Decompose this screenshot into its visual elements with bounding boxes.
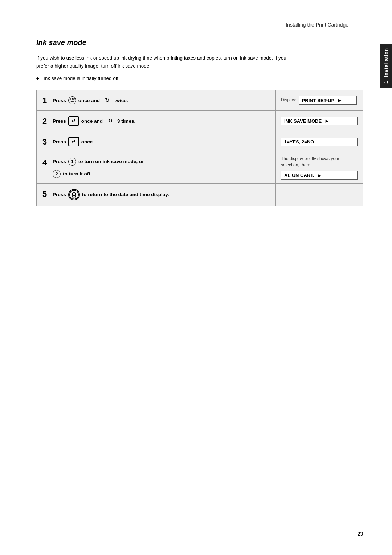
lcd-arrow-1: ► xyxy=(337,97,342,103)
step-3-content: Press ↵ once. xyxy=(53,137,94,146)
steps-container: 1 Press FUNCTION once and ↻ twice. Displ… xyxy=(36,90,363,206)
press-label-2: Press xyxy=(53,118,66,124)
step-3-left: 3 Press ↵ once. xyxy=(37,131,275,152)
svg-line-3 xyxy=(75,195,76,197)
page-header: Installing the Print Cartridge xyxy=(36,22,363,28)
step-4-left: 4 Press 1 to turn on ink save mode, or 2… xyxy=(37,152,275,183)
once-label-1: once and xyxy=(78,98,100,103)
step-1-line: Press FUNCTION once and ↻ twice. xyxy=(53,96,128,104)
display-note-4: The display briefly shows your selection… xyxy=(281,156,358,168)
lcd-arrow-2: ► xyxy=(324,118,330,124)
btn-2-icon: 2 xyxy=(53,170,61,178)
step-row-2: 2 Press ↵ once and ↻ 3 times. INK SAVE M… xyxy=(37,111,363,131)
once-label-2: once and xyxy=(81,118,103,124)
step-row-4: 4 Press 1 to turn on ink save mode, or 2… xyxy=(37,152,363,184)
press-label-3: Press xyxy=(53,139,66,145)
step-2-line: Press ↵ once and ↻ 3 times. xyxy=(53,116,135,126)
page-number: 23 xyxy=(357,531,363,537)
step-4-number: 4 xyxy=(42,158,50,167)
twice-label: twice. xyxy=(114,98,128,103)
step-4-sub: 2 to turn it off. xyxy=(53,168,144,178)
step-4-right: The display briefly shows your selection… xyxy=(275,152,363,183)
function-button-icon: FUNCTION xyxy=(68,96,76,104)
stop-button-icon: STOP xyxy=(68,189,80,200)
lcd-text-2: INK SAVE MODE xyxy=(284,118,322,124)
step-2-left: 2 Press ↵ once and ↻ 3 times. xyxy=(37,111,275,131)
step-5-number: 5 xyxy=(42,190,50,199)
step-3-right: 1=YES, 2=NO xyxy=(275,131,363,152)
display-label-1: Display: xyxy=(281,97,297,102)
step-1-left: 1 Press FUNCTION once and ↻ twice. xyxy=(37,90,275,110)
header-title: Installing the Print Cartridge xyxy=(286,22,348,28)
step-5-content: Press STOP to retu xyxy=(53,189,169,200)
press-label-4: Press xyxy=(53,159,66,164)
page: 1. Installation Installing the Print Car… xyxy=(0,0,392,555)
set-button-icon-2: ↵ xyxy=(68,116,79,126)
bullet-point: Ink save mode is initially turned off. xyxy=(36,76,363,81)
step-row-3: 3 Press ↵ once. 1=YES, 2=NO xyxy=(37,131,363,152)
step-row-1: 1 Press FUNCTION once and ↻ twice. Displ… xyxy=(37,90,363,111)
step-1-number: 1 xyxy=(42,96,50,105)
step-1-content: Press FUNCTION once and ↻ twice. xyxy=(53,96,128,104)
step-5-left: 5 Press STOP xyxy=(37,184,275,206)
step-row-5: 5 Press STOP xyxy=(37,184,363,206)
step-5-line: Press STOP to retu xyxy=(53,189,169,200)
step-2-number: 2 xyxy=(42,117,50,126)
arrow-up-icon: ↻ xyxy=(102,96,112,104)
svg-line-2 xyxy=(72,195,73,197)
lcd-text-3: 1=YES, 2=NO xyxy=(284,139,314,145)
step-2-right: INK SAVE MODE ► xyxy=(275,111,363,131)
press-label-5: Press xyxy=(53,192,66,197)
lcd-display-4: ALIGN CART. ► xyxy=(281,171,358,180)
svg-text:STOP: STOP xyxy=(72,198,77,199)
step-4-text-a: to turn on ink save mode, or xyxy=(78,159,144,164)
step-4-text-b: to turn it off. xyxy=(63,171,91,177)
arrow-up-icon-2: ↻ xyxy=(105,117,115,125)
step-3-line: Press ↵ once. xyxy=(53,137,94,146)
set-button-icon-3: ↵ xyxy=(68,137,79,146)
step-5-right xyxy=(275,184,363,206)
lcd-arrow-4: ► xyxy=(317,173,322,178)
step-5-text: to return to the date and time display. xyxy=(82,192,169,197)
lcd-text-4: ALIGN CART. xyxy=(284,173,314,178)
side-tab-label: 1. Installation xyxy=(383,48,389,84)
step-4-line-a: Press 1 to turn on ink save mode, or xyxy=(53,158,144,166)
press-label-1: Press xyxy=(53,98,66,103)
step-3-number: 3 xyxy=(42,137,50,147)
step-2-content: Press ↵ once and ↻ 3 times. xyxy=(53,116,135,126)
side-tab: 1. Installation xyxy=(380,44,392,88)
lcd-display-1: PRINT SET-UP ► xyxy=(299,96,357,105)
step-1-right: Display: PRINT SET-UP ► xyxy=(275,90,363,110)
step-1-display-row: Display: PRINT SET-UP ► xyxy=(281,96,358,105)
lcd-display-3: 1=YES, 2=NO xyxy=(281,138,358,146)
btn-1-icon: 1 xyxy=(68,158,76,166)
lcd-text-1: PRINT SET-UP xyxy=(302,98,335,103)
svg-point-1 xyxy=(72,192,75,195)
intro-text: If you wish to use less ink or speed up … xyxy=(36,54,290,70)
step-4-content: Press 1 to turn on ink save mode, or 2 t… xyxy=(53,158,144,178)
lcd-display-2: INK SAVE MODE ► xyxy=(281,117,358,125)
once-label-3: once. xyxy=(81,139,94,145)
section-title: Ink save mode xyxy=(36,39,363,47)
times-label-2: 3 times. xyxy=(117,118,135,124)
